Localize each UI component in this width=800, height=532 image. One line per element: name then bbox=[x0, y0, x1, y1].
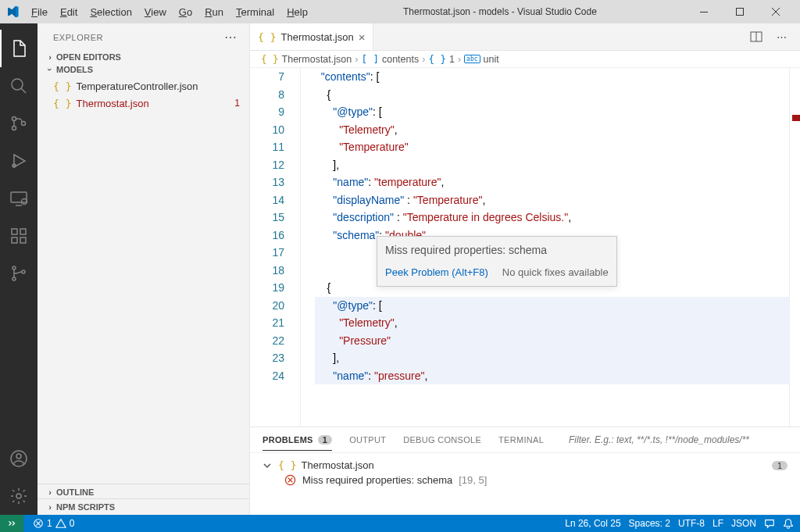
svg-rect-11 bbox=[20, 237, 26, 243]
menu-help[interactable]: Help bbox=[280, 3, 314, 21]
error-marker[interactable] bbox=[792, 115, 800, 121]
close-tab-icon[interactable]: × bbox=[359, 30, 366, 44]
string-icon: abc bbox=[464, 55, 480, 63]
svg-point-13 bbox=[12, 266, 16, 270]
svg-point-2 bbox=[12, 79, 23, 90]
accounts-icon[interactable] bbox=[0, 440, 38, 477]
maximize-button[interactable] bbox=[722, 0, 758, 23]
bottom-panel: PROBLEMS 1 OUTPUT DEBUG CONSOLE TERMINAL… bbox=[250, 427, 800, 515]
menu-selection[interactable]: Selection bbox=[84, 3, 138, 21]
svg-rect-12 bbox=[20, 229, 26, 234]
error-badge: 1 bbox=[234, 98, 243, 109]
svg-rect-1 bbox=[737, 9, 744, 16]
vscode-logo-icon bbox=[6, 5, 19, 18]
file-item[interactable]: { } Thermostat.json 1 bbox=[38, 95, 249, 112]
overview-ruler[interactable] bbox=[789, 68, 800, 427]
errors-warnings-status[interactable]: 1 0 bbox=[33, 518, 74, 529]
settings-gear-icon[interactable] bbox=[0, 477, 38, 515]
no-quick-fix-label: No quick fixes available bbox=[502, 264, 609, 282]
explorer-more-icon[interactable]: ⋯ bbox=[224, 30, 238, 45]
problems-filter-input[interactable] bbox=[569, 434, 788, 445]
indentation-status[interactable]: Spaces: 2 bbox=[629, 518, 670, 529]
explorer-icon[interactable] bbox=[0, 30, 38, 67]
json-file-icon: { } bbox=[53, 98, 71, 109]
svg-point-17 bbox=[16, 454, 21, 459]
hover-message: Miss required properties: schema bbox=[385, 241, 609, 259]
eol-status[interactable]: LF bbox=[712, 518, 723, 529]
minimize-button[interactable] bbox=[686, 0, 722, 23]
file-item[interactable]: { } TemperatureController.json bbox=[38, 77, 249, 95]
explorer-sidebar: EXPLORER ⋯ › OPEN EDITORS › MODELS { } T… bbox=[38, 23, 250, 515]
split-editor-icon[interactable] bbox=[747, 27, 766, 46]
tab-label: Thermostat.json bbox=[280, 31, 353, 43]
problem-file-row[interactable]: { } Thermostat.json 1 bbox=[258, 458, 792, 473]
array-icon: [ ] bbox=[361, 53, 379, 65]
menu-edit[interactable]: Edit bbox=[54, 3, 84, 21]
editor-tab[interactable]: { } Thermostat.json × bbox=[250, 23, 373, 50]
notifications-icon[interactable] bbox=[783, 518, 794, 529]
cursor-position[interactable]: Ln 26, Col 25 bbox=[565, 518, 620, 529]
menu-terminal[interactable]: Terminal bbox=[230, 3, 280, 21]
menu-file[interactable]: File bbox=[25, 3, 54, 21]
close-button[interactable] bbox=[758, 0, 794, 23]
svg-rect-9 bbox=[12, 229, 17, 234]
npm-scripts-section[interactable]: › NPM SCRIPTS bbox=[38, 498, 249, 515]
json-file-icon: { } bbox=[258, 31, 276, 43]
explorer-title: EXPLORER bbox=[53, 33, 103, 42]
chevron-right-icon: › bbox=[44, 502, 56, 512]
peek-problem-link[interactable]: Peek Problem (Alt+F8) bbox=[385, 264, 488, 282]
breadcrumb[interactable]: { } Thermostat.json › [ ] contents › { }… bbox=[250, 51, 800, 68]
chevron-right-icon: › bbox=[44, 487, 56, 497]
terminal-tab[interactable]: TERMINAL bbox=[498, 435, 544, 445]
folder-section[interactable]: › MODELS bbox=[38, 63, 249, 76]
problems-tab[interactable]: PROBLEMS 1 bbox=[262, 435, 332, 451]
editor-area: { } Thermostat.json × ⋯ { } Thermostat.j… bbox=[250, 23, 800, 515]
debug-console-tab[interactable]: DEBUG CONSOLE bbox=[403, 435, 481, 445]
chevron-down-icon: › bbox=[45, 63, 55, 76]
more-actions-icon[interactable]: ⋯ bbox=[772, 27, 791, 46]
svg-point-4 bbox=[12, 127, 16, 130]
output-tab[interactable]: OUTPUT bbox=[349, 435, 386, 445]
code-body[interactable]: "contents": [ { "@type": [ "Telemetry", … bbox=[300, 68, 789, 427]
menu-go[interactable]: Go bbox=[173, 3, 198, 21]
problem-hover-tooltip: Miss required properties: schema Peek Pr… bbox=[377, 236, 617, 287]
titlebar: File Edit Selection View Go Run Terminal… bbox=[0, 0, 800, 23]
object-icon: { } bbox=[428, 53, 446, 65]
remote-indicator[interactable] bbox=[0, 515, 23, 532]
git-graph-icon[interactable] bbox=[0, 255, 38, 292]
source-control-icon[interactable] bbox=[0, 105, 38, 142]
problems-count-badge: 1 bbox=[318, 435, 332, 445]
editor-tabs: { } Thermostat.json × ⋯ bbox=[250, 23, 800, 51]
line-numbers: 789101112131415161718192021222324 bbox=[250, 68, 300, 427]
activity-bar bbox=[0, 23, 38, 515]
outline-section[interactable]: › OUTLINE bbox=[38, 484, 249, 498]
svg-rect-10 bbox=[12, 237, 17, 243]
run-debug-icon[interactable] bbox=[0, 142, 38, 180]
search-icon[interactable] bbox=[0, 67, 38, 105]
svg-point-14 bbox=[12, 277, 16, 280]
window-title: Thermostat.json - models - Visual Studio… bbox=[314, 6, 686, 17]
svg-rect-0 bbox=[700, 12, 708, 12]
svg-point-5 bbox=[22, 122, 26, 126]
json-file-icon: { } bbox=[53, 80, 71, 92]
problem-item[interactable]: Miss required properties: schema [19, 5] bbox=[258, 473, 792, 487]
extensions-icon[interactable] bbox=[0, 217, 38, 255]
error-icon bbox=[284, 474, 296, 486]
svg-point-18 bbox=[16, 494, 21, 498]
svg-point-15 bbox=[22, 270, 25, 273]
language-mode[interactable]: JSON bbox=[731, 518, 756, 529]
json-file-icon: { } bbox=[278, 459, 296, 471]
status-bar: 1 0 Ln 26, Col 25 Spaces: 2 UTF-8 LF JSO… bbox=[0, 515, 800, 532]
svg-point-3 bbox=[12, 117, 16, 121]
menu-view[interactable]: View bbox=[138, 3, 173, 21]
code-editor[interactable]: 789101112131415161718192021222324 "conte… bbox=[250, 68, 800, 427]
chevron-down-icon bbox=[262, 461, 273, 470]
file-problem-count: 1 bbox=[772, 461, 788, 470]
remote-explorer-icon[interactable] bbox=[0, 180, 38, 217]
chevron-right-icon: › bbox=[44, 52, 56, 62]
feedback-icon[interactable] bbox=[764, 518, 775, 529]
svg-rect-7 bbox=[11, 192, 27, 202]
open-editors-section[interactable]: › OPEN EDITORS bbox=[38, 51, 249, 63]
encoding-status[interactable]: UTF-8 bbox=[678, 518, 705, 529]
menu-run[interactable]: Run bbox=[198, 3, 230, 21]
